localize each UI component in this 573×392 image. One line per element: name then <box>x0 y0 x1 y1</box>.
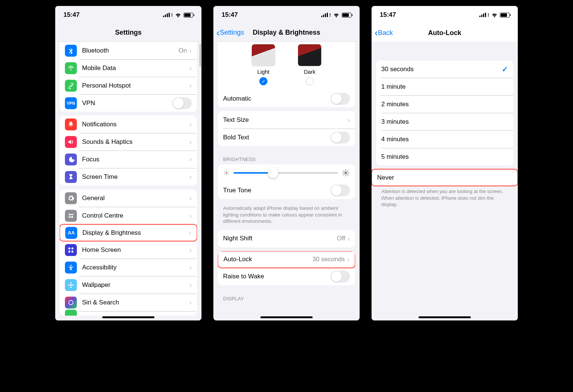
chevron-right-icon: › <box>189 194 192 202</box>
svg-line-23 <box>228 171 228 172</box>
chevron-right-icon: › <box>189 46 192 55</box>
row-label: 5 minutes <box>381 153 508 161</box>
svg-line-20 <box>225 171 225 172</box>
hourglass-icon <box>65 171 77 183</box>
svg-line-22 <box>225 174 225 175</box>
option-4-minutes[interactable]: 4 minutes <box>376 130 513 148</box>
settings-content[interactable]: Bluetooth On › Mobile Data › Personal Ho… <box>55 42 201 320</box>
appearance-dark-option[interactable]: Dark <box>298 44 322 85</box>
notifications-row[interactable]: Notifications › <box>60 116 197 133</box>
appearance-light-option[interactable]: Light ✓ <box>251 44 275 85</box>
brightness-slider-row[interactable] <box>218 164 355 181</box>
accessibility-row[interactable]: Accessibility › <box>60 259 197 276</box>
chevron-right-icon: › <box>189 137 192 146</box>
text-size-row[interactable]: Text Size › <box>218 111 355 129</box>
app-grid-icon <box>65 244 77 256</box>
sounds-haptics-row[interactable]: Sounds & Haptics › <box>60 133 197 151</box>
status-icons: ! <box>479 12 510 18</box>
raise-to-wake-row[interactable]: Raise to Wake <box>218 268 355 285</box>
text-size-icon: AA <box>65 227 77 239</box>
auto-lock-row[interactable]: Auto-Lock 30 seconds › <box>218 251 355 268</box>
vpn-row[interactable]: VPN VPN <box>60 94 197 112</box>
row-label: Notifications <box>82 121 189 128</box>
svg-point-13 <box>72 284 74 285</box>
home-indicator[interactable] <box>419 316 471 318</box>
row-label: Never <box>377 174 512 181</box>
radio-unselected-icon <box>306 77 314 85</box>
general-row[interactable]: General › <box>60 189 197 207</box>
home-indicator[interactable] <box>260 316 313 318</box>
svg-line-32 <box>347 170 348 171</box>
back-label: Back <box>378 29 393 37</box>
cellular-signal-icon <box>321 13 328 17</box>
back-label: Settings <box>220 29 244 37</box>
chevron-right-icon: › <box>189 211 192 220</box>
option-never[interactable]: Never <box>372 170 517 186</box>
chevron-left-icon: ‹ <box>216 28 220 38</box>
battery-icon <box>500 13 510 18</box>
display-header: DISPLAY <box>213 289 360 304</box>
bluetooth-row[interactable]: Bluetooth On › <box>60 42 197 59</box>
wifi-icon <box>333 13 339 18</box>
home-indicator[interactable] <box>102 316 154 318</box>
brightness-header: BRIGHTNESS <box>213 150 360 164</box>
chevron-left-icon: ‹ <box>375 28 378 38</box>
faceid-row-partial[interactable] <box>60 311 197 316</box>
back-button[interactable]: ‹ Back <box>375 28 393 38</box>
personal-hotspot-row[interactable]: Personal Hotspot › <box>60 77 197 94</box>
screen-time-row[interactable]: Screen Time › <box>60 168 197 186</box>
automatic-row[interactable]: Automatic <box>218 90 355 107</box>
row-label: Automatic <box>223 95 331 102</box>
svg-point-11 <box>70 286 72 288</box>
status-bar: 15:47 ! <box>55 6 201 24</box>
wallpaper-row[interactable]: Wallpaper › <box>60 276 197 294</box>
flower-icon <box>65 279 77 291</box>
true-tone-toggle[interactable] <box>331 184 350 196</box>
true-tone-row[interactable]: True Tone <box>218 181 355 199</box>
bold-text-toggle[interactable] <box>331 132 350 143</box>
switches-icon <box>65 210 77 222</box>
row-label: Text Size <box>223 116 347 124</box>
row-label: Control Centre <box>82 212 189 219</box>
display-content[interactable]: Light ✓ Dark Automatic Text Size › Bo <box>213 42 360 320</box>
battery-icon <box>184 13 193 18</box>
option-1-minute[interactable]: 1 minute <box>376 78 513 95</box>
back-button[interactable]: ‹ Settings <box>216 28 244 38</box>
chevron-right-icon: › <box>189 155 192 164</box>
true-tone-footer: Automatically adapt iPhone display based… <box>213 203 360 226</box>
display-brightness-row[interactable]: AA Display & Brightness › <box>60 224 197 241</box>
bold-text-row[interactable]: Bold Text <box>218 129 355 146</box>
svg-rect-6 <box>68 250 70 252</box>
checkmark-icon: ✓ <box>502 65 508 74</box>
svg-point-9 <box>70 284 72 286</box>
autolock-content[interactable]: 30 seconds ✓ 1 minute 2 minutes 3 minute… <box>372 42 518 320</box>
svg-point-2 <box>71 216 73 218</box>
status-bar: 15:47 ! <box>213 6 360 24</box>
alerts-group: Notifications › Sounds & Haptics › Focus… <box>60 116 197 186</box>
raise-to-wake-toggle[interactable] <box>331 271 350 282</box>
siri-icon <box>65 297 77 309</box>
scrollbar-indicator[interactable] <box>200 44 201 66</box>
row-label: Accessibility <box>82 264 189 271</box>
focus-row[interactable]: Focus › <box>60 151 197 168</box>
option-3-minutes[interactable]: 3 minutes <box>376 113 513 130</box>
automatic-toggle[interactable] <box>331 93 350 105</box>
home-screen-row[interactable]: Home Screen › <box>60 241 197 259</box>
lock-group: Auto-Lock 30 seconds › Raise to Wake <box>218 251 355 285</box>
option-5-minutes[interactable]: 5 minutes <box>376 148 513 165</box>
row-label: Screen Time <box>82 173 189 181</box>
chevron-right-icon: › <box>189 281 192 289</box>
control-centre-row[interactable]: Control Centre › <box>60 207 197 224</box>
night-shift-row[interactable]: Night Shift Off › <box>218 230 355 247</box>
connectivity-group: Bluetooth On › Mobile Data › Personal Ho… <box>60 42 197 112</box>
siri-search-row[interactable]: Siri & Search › <box>60 294 197 311</box>
status-time: 15:47 <box>222 11 238 19</box>
mobile-data-row[interactable]: Mobile Data › <box>60 59 197 77</box>
brightness-slider[interactable] <box>234 172 338 174</box>
vpn-toggle[interactable] <box>172 97 192 109</box>
option-2-minutes[interactable]: 2 minutes <box>376 95 513 113</box>
option-30-seconds[interactable]: 30 seconds ✓ <box>376 60 513 78</box>
row-value: 30 seconds <box>312 256 345 263</box>
row-label: Focus <box>82 156 189 163</box>
chevron-right-icon: › <box>189 263 192 272</box>
